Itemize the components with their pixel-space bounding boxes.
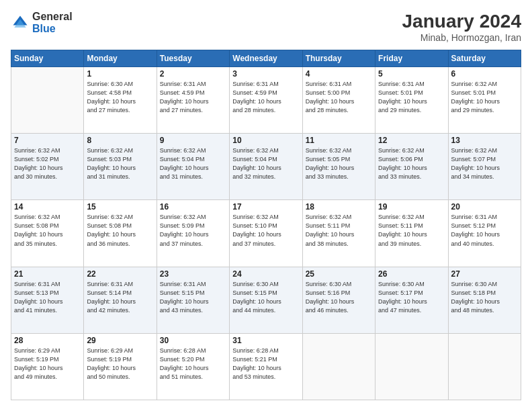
day-number: 2 xyxy=(160,69,226,79)
calendar-week-1: 1Sunrise: 6:30 AM Sunset: 4:58 PM Daylig… xyxy=(11,67,521,134)
day-number: 9 xyxy=(160,136,226,145)
day-info: Sunrise: 6:32 AM Sunset: 5:03 PM Dayligh… xyxy=(87,146,153,181)
table-row: 1Sunrise: 6:30 AM Sunset: 4:58 PM Daylig… xyxy=(84,67,157,134)
calendar-week-4: 21Sunrise: 6:31 AM Sunset: 5:13 PM Dayli… xyxy=(11,267,521,333)
header: General Blue January 2024 Minab, Hormozg… xyxy=(11,11,521,43)
table-row: 11Sunrise: 6:32 AM Sunset: 5:05 PM Dayli… xyxy=(302,134,375,200)
table-row: 4Sunrise: 6:31 AM Sunset: 5:00 PM Daylig… xyxy=(302,67,375,134)
day-info: Sunrise: 6:32 AM Sunset: 5:11 PM Dayligh… xyxy=(306,213,372,248)
day-info: Sunrise: 6:31 AM Sunset: 5:15 PM Dayligh… xyxy=(160,280,226,315)
table-row: 13Sunrise: 6:32 AM Sunset: 5:07 PM Dayli… xyxy=(448,134,521,200)
day-info: Sunrise: 6:30 AM Sunset: 5:15 PM Dayligh… xyxy=(232,280,299,315)
day-info: Sunrise: 6:32 AM Sunset: 5:04 PM Dayligh… xyxy=(160,146,226,181)
table-row: 29Sunrise: 6:29 AM Sunset: 5:19 PM Dayli… xyxy=(84,333,157,400)
table-row: 8Sunrise: 6:32 AM Sunset: 5:03 PM Daylig… xyxy=(84,134,157,200)
day-number: 7 xyxy=(14,136,81,145)
day-number: 17 xyxy=(232,202,299,212)
day-info: Sunrise: 6:31 AM Sunset: 5:00 PM Dayligh… xyxy=(306,80,372,115)
day-number: 16 xyxy=(160,202,226,212)
table-row: 6Sunrise: 6:32 AM Sunset: 5:01 PM Daylig… xyxy=(448,67,521,134)
day-number: 24 xyxy=(232,269,299,279)
day-info: Sunrise: 6:32 AM Sunset: 5:01 PM Dayligh… xyxy=(451,80,518,115)
table-row: 16Sunrise: 6:32 AM Sunset: 5:09 PM Dayli… xyxy=(157,200,229,267)
day-info: Sunrise: 6:30 AM Sunset: 4:58 PM Dayligh… xyxy=(87,80,153,115)
day-number: 19 xyxy=(378,202,445,212)
day-info: Sunrise: 6:31 AM Sunset: 4:59 PM Dayligh… xyxy=(160,80,226,115)
table-row: 22Sunrise: 6:31 AM Sunset: 5:14 PM Dayli… xyxy=(84,267,157,333)
table-row xyxy=(302,333,375,400)
day-number: 6 xyxy=(451,69,518,79)
logo-blue-text: Blue xyxy=(32,23,73,35)
day-info: Sunrise: 6:32 AM Sunset: 5:11 PM Dayligh… xyxy=(378,213,445,248)
day-number: 3 xyxy=(232,69,299,79)
day-info: Sunrise: 6:32 AM Sunset: 5:05 PM Dayligh… xyxy=(306,146,372,181)
day-number: 29 xyxy=(87,336,153,345)
day-info: Sunrise: 6:28 AM Sunset: 5:21 PM Dayligh… xyxy=(232,347,299,381)
day-number: 13 xyxy=(451,136,518,145)
day-number: 21 xyxy=(14,269,81,279)
calendar-week-3: 14Sunrise: 6:32 AM Sunset: 5:08 PM Dayli… xyxy=(11,200,521,267)
table-row: 7Sunrise: 6:32 AM Sunset: 5:02 PM Daylig… xyxy=(11,134,84,200)
table-row: 17Sunrise: 6:32 AM Sunset: 5:10 PM Dayli… xyxy=(230,200,302,267)
col-thursday: Thursday xyxy=(302,50,375,67)
day-info: Sunrise: 6:32 AM Sunset: 5:04 PM Dayligh… xyxy=(232,146,299,181)
col-tuesday: Tuesday xyxy=(157,50,229,67)
calendar-table: Sunday Monday Tuesday Wednesday Thursday… xyxy=(11,50,521,400)
logo-general-text: General xyxy=(32,11,73,23)
table-row: 21Sunrise: 6:31 AM Sunset: 5:13 PM Dayli… xyxy=(11,267,84,333)
table-row: 3Sunrise: 6:31 AM Sunset: 4:59 PM Daylig… xyxy=(230,67,302,134)
day-number: 11 xyxy=(306,136,372,145)
day-number: 8 xyxy=(87,136,153,145)
day-info: Sunrise: 6:30 AM Sunset: 5:18 PM Dayligh… xyxy=(451,280,518,315)
day-number: 4 xyxy=(306,69,372,79)
day-info: Sunrise: 6:31 AM Sunset: 5:13 PM Dayligh… xyxy=(14,280,81,315)
table-row: 18Sunrise: 6:32 AM Sunset: 5:11 PM Dayli… xyxy=(302,200,375,267)
title-block: January 2024 Minab, Hormozgan, Iran xyxy=(402,11,521,43)
day-number: 1 xyxy=(87,69,153,79)
day-number: 27 xyxy=(451,269,518,279)
col-sunday: Sunday xyxy=(11,50,84,67)
col-saturday: Saturday xyxy=(448,50,521,67)
table-row xyxy=(11,67,84,134)
col-monday: Monday xyxy=(84,50,157,67)
page: General Blue January 2024 Minab, Hormozg… xyxy=(0,0,532,411)
day-info: Sunrise: 6:32 AM Sunset: 5:09 PM Dayligh… xyxy=(160,213,226,248)
day-info: Sunrise: 6:28 AM Sunset: 5:20 PM Dayligh… xyxy=(160,347,226,381)
month-title: January 2024 xyxy=(402,11,521,32)
day-info: Sunrise: 6:31 AM Sunset: 5:12 PM Dayligh… xyxy=(451,213,518,248)
table-row: 30Sunrise: 6:28 AM Sunset: 5:20 PM Dayli… xyxy=(157,333,229,400)
col-wednesday: Wednesday xyxy=(230,50,302,67)
table-row: 2Sunrise: 6:31 AM Sunset: 4:59 PM Daylig… xyxy=(157,67,229,134)
table-row: 23Sunrise: 6:31 AM Sunset: 5:15 PM Dayli… xyxy=(157,267,229,333)
day-info: Sunrise: 6:32 AM Sunset: 5:07 PM Dayligh… xyxy=(451,146,518,181)
day-info: Sunrise: 6:31 AM Sunset: 5:14 PM Dayligh… xyxy=(87,280,153,315)
table-row xyxy=(375,333,448,400)
table-row: 14Sunrise: 6:32 AM Sunset: 5:08 PM Dayli… xyxy=(11,200,84,267)
day-number: 18 xyxy=(306,202,372,212)
day-number: 31 xyxy=(232,336,299,345)
table-row: 26Sunrise: 6:30 AM Sunset: 5:17 PM Dayli… xyxy=(375,267,448,333)
table-row xyxy=(448,333,521,400)
day-number: 14 xyxy=(14,202,81,212)
day-number: 30 xyxy=(160,336,226,345)
day-number: 5 xyxy=(378,69,445,79)
day-number: 12 xyxy=(378,136,445,145)
day-number: 20 xyxy=(451,202,518,212)
day-info: Sunrise: 6:31 AM Sunset: 5:01 PM Dayligh… xyxy=(378,80,445,115)
day-info: Sunrise: 6:29 AM Sunset: 5:19 PM Dayligh… xyxy=(14,347,81,381)
table-row: 9Sunrise: 6:32 AM Sunset: 5:04 PM Daylig… xyxy=(157,134,229,200)
table-row: 24Sunrise: 6:30 AM Sunset: 5:15 PM Dayli… xyxy=(230,267,302,333)
day-info: Sunrise: 6:30 AM Sunset: 5:17 PM Dayligh… xyxy=(378,280,445,315)
day-number: 25 xyxy=(306,269,372,279)
table-row: 31Sunrise: 6:28 AM Sunset: 5:21 PM Dayli… xyxy=(230,333,302,400)
table-row: 12Sunrise: 6:32 AM Sunset: 5:06 PM Dayli… xyxy=(375,134,448,200)
day-info: Sunrise: 6:30 AM Sunset: 5:16 PM Dayligh… xyxy=(306,280,372,315)
logo: General Blue xyxy=(11,11,73,34)
calendar-week-2: 7Sunrise: 6:32 AM Sunset: 5:02 PM Daylig… xyxy=(11,134,521,200)
table-row: 27Sunrise: 6:30 AM Sunset: 5:18 PM Dayli… xyxy=(448,267,521,333)
day-info: Sunrise: 6:31 AM Sunset: 4:59 PM Dayligh… xyxy=(232,80,299,115)
table-row: 28Sunrise: 6:29 AM Sunset: 5:19 PM Dayli… xyxy=(11,333,84,400)
day-info: Sunrise: 6:32 AM Sunset: 5:08 PM Dayligh… xyxy=(14,213,81,248)
day-number: 23 xyxy=(160,269,226,279)
day-number: 15 xyxy=(87,202,153,212)
